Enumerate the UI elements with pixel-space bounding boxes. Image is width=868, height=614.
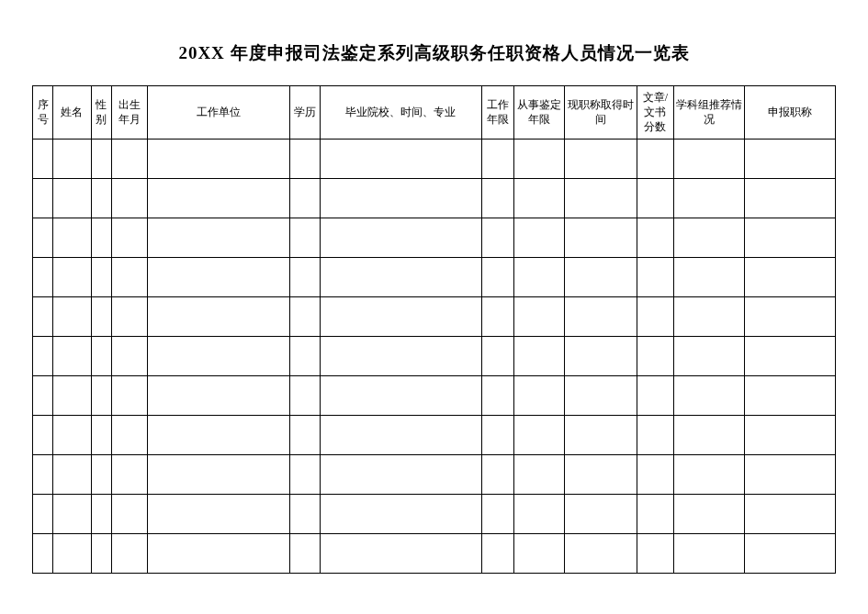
table-row (33, 533, 836, 573)
cell-workyears (481, 139, 513, 178)
cell-apply (744, 178, 835, 218)
cell-seq (33, 375, 53, 415)
table-row (33, 218, 836, 257)
cell-recom (673, 257, 744, 296)
cell-titletime (564, 533, 637, 573)
cell-recom (673, 336, 744, 375)
cell-workunit (148, 494, 289, 533)
col-header-score: 文章/文书分数 (637, 86, 674, 140)
cell-workunit (148, 178, 289, 218)
cell-idyears (513, 257, 564, 296)
cell-gender (91, 494, 111, 533)
cell-idyears (513, 454, 564, 494)
cell-seq (33, 178, 53, 218)
cell-workunit (148, 533, 289, 573)
table-row (33, 415, 836, 454)
cell-grad (320, 533, 481, 573)
cell-recom (673, 296, 744, 336)
cell-name (53, 494, 92, 533)
table-row (33, 139, 836, 178)
cell-score (637, 257, 674, 296)
cell-idyears (513, 178, 564, 218)
cell-titletime (564, 454, 637, 494)
col-header-edu: 学历 (289, 86, 320, 140)
cell-name (53, 336, 92, 375)
cell-grad (320, 415, 481, 454)
cell-gender (91, 533, 111, 573)
cell-birth (111, 336, 148, 375)
cell-score (637, 218, 674, 257)
col-header-workunit: 工作单位 (148, 86, 289, 140)
cell-name (53, 139, 92, 178)
cell-seq (33, 257, 53, 296)
cell-workunit (148, 218, 289, 257)
cell-idyears (513, 336, 564, 375)
cell-grad (320, 454, 481, 494)
cell-seq (33, 218, 53, 257)
cell-seq (33, 296, 53, 336)
cell-workunit (148, 336, 289, 375)
cell-name (53, 533, 92, 573)
table-row (33, 336, 836, 375)
cell-edu (289, 375, 320, 415)
cell-edu (289, 178, 320, 218)
cell-apply (744, 336, 835, 375)
cell-birth (111, 494, 148, 533)
table-header: 序号 姓名 性别 出生年月 工作单位 学历 毕业院校、时间、专业 工作年限 从事… (33, 86, 836, 140)
cell-recom (673, 139, 744, 178)
cell-score (637, 336, 674, 375)
cell-idyears (513, 494, 564, 533)
cell-idyears (513, 139, 564, 178)
cell-titletime (564, 375, 637, 415)
cell-titletime (564, 494, 637, 533)
cell-name (53, 178, 92, 218)
col-header-workyears: 工作年限 (481, 86, 513, 140)
cell-workyears (481, 296, 513, 336)
cell-titletime (564, 415, 637, 454)
cell-gender (91, 139, 111, 178)
cell-gender (91, 454, 111, 494)
col-header-seq: 序号 (33, 86, 53, 140)
cell-edu (289, 454, 320, 494)
cell-apply (744, 533, 835, 573)
cell-edu (289, 336, 320, 375)
cell-workunit (148, 454, 289, 494)
cell-idyears (513, 415, 564, 454)
cell-titletime (564, 178, 637, 218)
cell-score (637, 533, 674, 573)
table-row (33, 257, 836, 296)
cell-gender (91, 336, 111, 375)
cell-gender (91, 415, 111, 454)
cell-name (53, 415, 92, 454)
page-title: 20XX 年度申报司法鉴定系列高级职务任职资格人员情况一览表 (32, 41, 836, 65)
qualification-table: 序号 姓名 性别 出生年月 工作单位 学历 毕业院校、时间、专业 工作年限 从事… (32, 85, 836, 574)
table-row (33, 375, 836, 415)
cell-apply (744, 494, 835, 533)
cell-edu (289, 415, 320, 454)
table-body (33, 139, 836, 573)
cell-apply (744, 454, 835, 494)
cell-idyears (513, 218, 564, 257)
table-row (33, 178, 836, 218)
cell-titletime (564, 139, 637, 178)
col-header-recom: 学科组推荐情况 (673, 86, 744, 140)
cell-score (637, 415, 674, 454)
cell-grad (320, 257, 481, 296)
cell-edu (289, 257, 320, 296)
cell-edu (289, 296, 320, 336)
cell-gender (91, 257, 111, 296)
cell-recom (673, 375, 744, 415)
cell-seq (33, 139, 53, 178)
cell-workyears (481, 454, 513, 494)
cell-recom (673, 218, 744, 257)
cell-name (53, 218, 92, 257)
cell-score (637, 375, 674, 415)
table-row (33, 296, 836, 336)
cell-grad (320, 178, 481, 218)
cell-apply (744, 415, 835, 454)
cell-idyears (513, 296, 564, 336)
cell-gender (91, 296, 111, 336)
cell-edu (289, 494, 320, 533)
cell-edu (289, 218, 320, 257)
cell-workyears (481, 218, 513, 257)
